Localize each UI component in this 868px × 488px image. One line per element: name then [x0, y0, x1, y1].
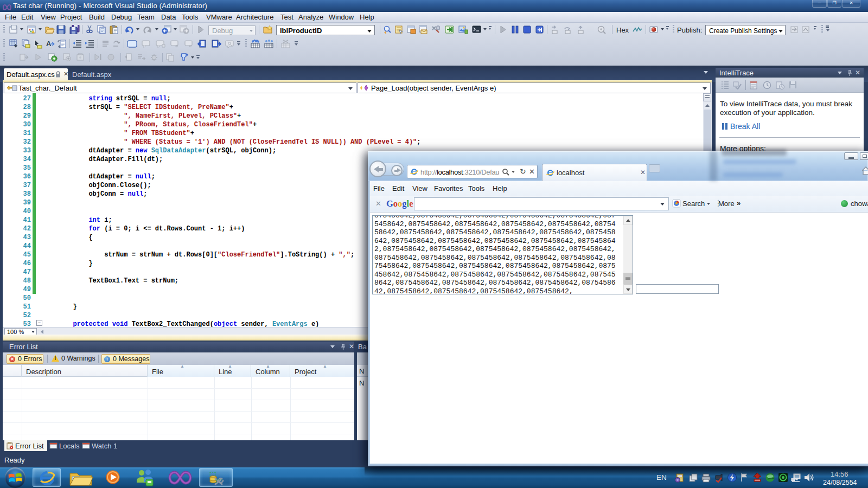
svg-text:A: A: [46, 40, 52, 48]
